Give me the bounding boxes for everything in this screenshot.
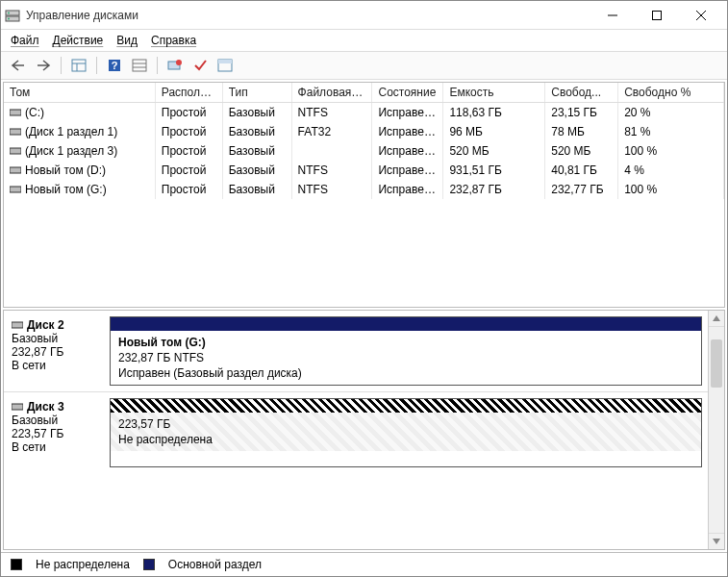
disk-status: В сети xyxy=(12,359,102,372)
volume-type: Базовый xyxy=(223,103,292,122)
svg-point-17 xyxy=(176,60,182,65)
partition[interactable]: Новый том (G:) 232,87 ГБ NTFS Исправен (… xyxy=(110,316,702,386)
disk-icon xyxy=(12,320,23,330)
volume-icon xyxy=(10,108,21,117)
legend-swatch-primary xyxy=(143,559,155,570)
partition-size: 223,57 ГБ xyxy=(118,416,693,432)
volume-layout: Простой xyxy=(156,103,223,122)
refresh-button[interactable] xyxy=(163,55,187,76)
disk-status: В сети xyxy=(12,440,102,454)
svg-rect-26 xyxy=(12,404,23,410)
column-header-row: Том Располож... Тип Файловая с... Состоя… xyxy=(4,83,724,103)
close-button[interactable] xyxy=(679,1,723,30)
disk-icon xyxy=(12,402,23,412)
col-layout[interactable]: Располож... xyxy=(156,83,223,102)
volume-name: Новый том (D:) xyxy=(25,163,106,177)
apply-button[interactable] xyxy=(188,55,212,76)
volume-icon xyxy=(10,127,21,137)
scroll-down-button[interactable] xyxy=(709,533,724,549)
disk-size: 232,87 ГБ xyxy=(12,345,102,359)
col-free[interactable]: Свобод... xyxy=(545,83,618,102)
partition-unallocated[interactable]: 223,57 ГБ Не распределена xyxy=(110,398,702,467)
volume-free: 23,15 ГБ xyxy=(545,103,618,122)
volume-fs xyxy=(292,141,373,161)
volume-fs: NTFS xyxy=(292,180,373,199)
volume-layout: Простой xyxy=(156,161,223,180)
forward-button[interactable] xyxy=(32,55,55,76)
volume-type: Базовый xyxy=(223,122,292,141)
col-free-pct[interactable]: Свободно % xyxy=(618,83,724,102)
volume-list: Том Располож... Тип Файловая с... Состоя… xyxy=(3,82,725,308)
help-icon: ? xyxy=(108,59,121,72)
volume-free: 40,81 ГБ xyxy=(545,161,618,180)
title-bar: Управление дисками xyxy=(1,1,727,30)
col-filesystem[interactable]: Файловая с... xyxy=(292,83,373,102)
volume-capacity: 118,63 ГБ xyxy=(443,103,545,122)
svg-rect-5 xyxy=(653,11,662,19)
svg-rect-22 xyxy=(10,148,21,154)
volume-row[interactable]: Новый том (D:)ПростойБазовыйNTFSИсправен… xyxy=(4,161,724,180)
legend-swatch-unallocated xyxy=(11,559,22,570)
volume-row[interactable]: (Диск 1 раздел 1)ПростойБазовыйFAT32Испр… xyxy=(4,122,724,141)
toolbar-separator xyxy=(157,57,158,74)
volume-icon xyxy=(10,146,21,156)
col-volume[interactable]: Том xyxy=(4,83,156,102)
chevron-up-icon xyxy=(713,315,720,321)
svg-rect-21 xyxy=(10,129,21,135)
back-button[interactable] xyxy=(7,55,30,76)
toolbar: ? xyxy=(1,51,727,80)
toolbar-list-button[interactable] xyxy=(128,55,151,76)
arrow-right-icon xyxy=(36,60,51,71)
volume-free-pct: 100 % xyxy=(618,180,724,199)
col-capacity[interactable]: Емкость xyxy=(443,83,545,102)
partition-stripe xyxy=(111,317,701,331)
volume-free: 78 МБ xyxy=(545,122,618,141)
window-title: Управление дисками xyxy=(26,9,590,22)
volume-row[interactable]: (C:)ПростойБазовыйNTFSИсправен...118,63 … xyxy=(4,103,724,122)
menu-help[interactable]: Справка xyxy=(151,34,196,47)
svg-rect-24 xyxy=(10,187,21,192)
menu-file[interactable]: Файл xyxy=(11,34,39,47)
toolbar-separator xyxy=(96,57,97,74)
col-type[interactable]: Тип xyxy=(223,83,292,102)
volume-fs: FAT32 xyxy=(292,122,373,141)
volume-row[interactable]: Новый том (G:)ПростойБазовыйNTFSИсправен… xyxy=(4,180,724,199)
disk-type: Базовый xyxy=(12,414,102,427)
volume-free-pct: 81 % xyxy=(618,122,724,141)
check-icon xyxy=(193,59,207,72)
toolbar-view-button[interactable] xyxy=(67,55,90,76)
volume-type: Базовый xyxy=(223,180,292,199)
svg-rect-20 xyxy=(10,110,21,115)
scrollbar-thumb[interactable] xyxy=(711,339,722,388)
menu-view[interactable]: Вид xyxy=(116,34,138,47)
disk-partitions: 223,57 ГБ Не распределена xyxy=(110,392,708,473)
disk-name: Диск 2 xyxy=(12,318,102,332)
disk-block[interactable]: Диск 3 Базовый 223,57 ГБ В сети 223,57 Г… xyxy=(4,391,708,473)
volume-layout: Простой xyxy=(156,122,223,141)
toolbar-layout-button[interactable] xyxy=(213,55,237,76)
maximize-button[interactable] xyxy=(635,1,679,30)
volume-rows: (C:)ПростойБазовыйNTFSИсправен...118,63 … xyxy=(4,103,724,199)
volume-free-pct: 100 % xyxy=(618,141,724,161)
volume-free: 232,77 ГБ xyxy=(545,180,618,199)
col-state[interactable]: Состояние xyxy=(372,83,443,102)
menu-action[interactable]: Действие xyxy=(53,34,104,47)
partition-state: Исправен (Базовый раздел диска) xyxy=(118,365,693,381)
svg-point-2 xyxy=(8,12,10,13)
volume-capacity: 96 МБ xyxy=(443,122,545,141)
volume-layout: Простой xyxy=(156,141,223,161)
volume-icon xyxy=(10,165,21,175)
volume-capacity: 232,87 ГБ xyxy=(443,180,545,199)
svg-rect-8 xyxy=(72,60,86,71)
disk-graphic-scroll: Диск 2 Базовый 232,87 ГБ В сети Новый то… xyxy=(4,311,708,549)
volume-free: 520 МБ xyxy=(545,141,618,161)
partition-size: 232,87 ГБ NTFS xyxy=(118,350,693,365)
scroll-up-button[interactable] xyxy=(709,311,724,327)
partition-body: Новый том (G:) 232,87 ГБ NTFS Исправен (… xyxy=(111,331,701,386)
vertical-scrollbar[interactable] xyxy=(708,311,724,549)
volume-row[interactable]: (Диск 1 раздел 3)ПростойБазовыйИсправен.… xyxy=(4,141,724,161)
help-button[interactable]: ? xyxy=(103,55,126,76)
disk-block[interactable]: Диск 2 Базовый 232,87 ГБ В сети Новый то… xyxy=(4,311,708,391)
minimize-button[interactable] xyxy=(590,1,635,30)
svg-rect-23 xyxy=(10,167,21,173)
